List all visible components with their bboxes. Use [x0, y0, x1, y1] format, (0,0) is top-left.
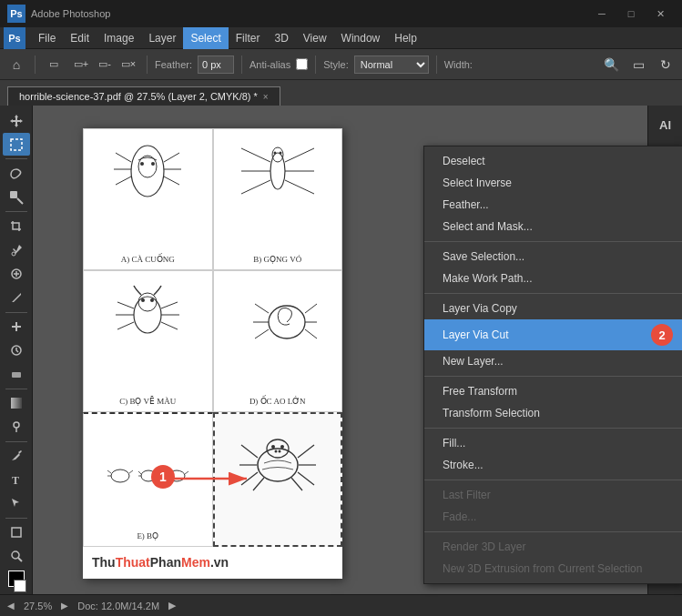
- insect-cell-c: C) BỌ VẼ MÀU: [83, 270, 213, 412]
- insect-cell-b: B) GỌNG VÓ: [213, 128, 343, 270]
- svg-point-76: [280, 445, 284, 449]
- menu-help[interactable]: Help: [387, 27, 424, 49]
- maximize-button[interactable]: □: [616, 0, 646, 27]
- ctx-save-selection[interactable]: Save Selection...: [424, 246, 682, 268]
- watermark-vn: .vn: [210, 555, 229, 570]
- ctx-fade: Fade...: [424, 506, 682, 528]
- shape-tool[interactable]: [3, 521, 30, 544]
- tool-sep-6: [5, 518, 27, 519]
- watermark-phan: Phan: [150, 555, 181, 570]
- ctx-sep-4: [424, 428, 682, 429]
- menu-view[interactable]: View: [296, 27, 334, 49]
- eraser-tool[interactable]: [3, 363, 30, 386]
- add-selection-icon[interactable]: ▭+: [70, 54, 92, 76]
- doc-info-arrow[interactable]: ▶: [168, 600, 176, 611]
- ctx-free-transform[interactable]: Free Transform: [424, 380, 682, 402]
- left-toolbar: T: [0, 106, 33, 594]
- minimize-button[interactable]: ─: [587, 0, 616, 27]
- style-label: Style:: [323, 59, 349, 70]
- document-canvas: A) CÀ CUỐNG: [83, 128, 342, 579]
- svg-point-44: [141, 298, 145, 302]
- svg-line-2: [17, 198, 23, 204]
- type-tool[interactable]: T: [3, 469, 30, 491]
- antialias-checkbox[interactable]: [296, 58, 308, 70]
- marquee-tool[interactable]: [3, 133, 30, 156]
- context-menu: Deselect Select Inverse Feather... Selec…: [423, 146, 682, 584]
- ctx-layer-via-cut[interactable]: Layer Via Cut 2: [424, 319, 682, 350]
- svg-rect-9: [11, 398, 22, 409]
- svg-line-29: [241, 180, 270, 194]
- ps-icon: Ps: [4, 27, 25, 49]
- background-color[interactable]: [14, 580, 26, 592]
- menu-filter[interactable]: Filter: [229, 27, 268, 49]
- tab-filename: horrible-science-37.pdf @ 27.5% (Layer 2…: [19, 91, 258, 102]
- svg-line-38: [117, 302, 134, 308]
- crop-tool[interactable]: [3, 215, 30, 237]
- insect-c-img: [107, 277, 188, 349]
- ctx-make-work-path[interactable]: Make Work Path...: [424, 268, 682, 289]
- svg-line-32: [285, 180, 314, 194]
- status-arrow-left[interactable]: ◀: [7, 601, 15, 611]
- menu-image[interactable]: Image: [97, 27, 141, 49]
- ctx-select-inverse[interactable]: Select Inverse: [424, 172, 682, 194]
- home-icon[interactable]: ⌂: [5, 54, 27, 76]
- magic-wand-tool[interactable]: [3, 186, 30, 208]
- ctx-transform-selection[interactable]: Transform Selection: [424, 402, 682, 424]
- menu-file[interactable]: File: [31, 27, 63, 49]
- ctx-sep-6: [424, 531, 682, 532]
- zoom-icon[interactable]: 🔍: [600, 54, 622, 76]
- ctx-layer-via-copy[interactable]: Layer Via Copy: [424, 298, 682, 319]
- intersect-selection-icon[interactable]: ▭×: [117, 54, 139, 76]
- title-bar: Ps Adobe Photoshop ─ □ ✕: [0, 0, 682, 27]
- gradient-tool[interactable]: [3, 392, 30, 415]
- width-label: Width:: [444, 59, 473, 70]
- svg-line-58: [138, 471, 141, 474]
- svg-point-10: [14, 422, 19, 428]
- view-icon[interactable]: ▭: [627, 54, 649, 76]
- tab-close-button[interactable]: ×: [263, 92, 269, 102]
- menu-window[interactable]: Window: [334, 27, 388, 49]
- menu-edit[interactable]: Edit: [63, 27, 97, 49]
- history-brush-tool[interactable]: [3, 339, 30, 362]
- lasso-tool[interactable]: [3, 162, 30, 185]
- separator: [35, 56, 36, 74]
- path-select-tool[interactable]: [3, 492, 30, 515]
- doc-info: Doc: 12.0M/14.2M: [77, 601, 159, 611]
- ai-panel-button[interactable]: AI: [652, 111, 679, 138]
- svg-point-24: [140, 162, 144, 166]
- ctx-select-mask[interactable]: Select and Mask...: [424, 216, 682, 237]
- ctx-deselect[interactable]: Deselect: [424, 150, 682, 172]
- feather-input[interactable]: [198, 56, 234, 74]
- zoom-tool[interactable]: [3, 545, 30, 568]
- move-tool[interactable]: [3, 109, 30, 132]
- svg-line-23: [164, 177, 179, 185]
- ctx-stroke[interactable]: Stroke...: [424, 454, 682, 476]
- pen-tool[interactable]: [3, 445, 30, 468]
- ctx-fill[interactable]: Fill...: [424, 432, 682, 454]
- ctx-feather[interactable]: Feather...: [424, 194, 682, 216]
- status-arrow-right[interactable]: ▶: [61, 601, 68, 611]
- watermark-thu: Thu: [92, 555, 116, 570]
- eyedropper-tool[interactable]: [3, 238, 30, 261]
- insect-cell-a: A) CÀ CUỐNG: [83, 128, 213, 270]
- window-controls: ─ □ ✕: [587, 0, 675, 27]
- style-select[interactable]: Normal Fixed Ratio Fixed Size: [354, 56, 429, 74]
- close-button[interactable]: ✕: [646, 0, 675, 27]
- brush-tool[interactable]: [3, 286, 30, 308]
- insect-d-img: [237, 277, 319, 349]
- zoom-level: 27.5%: [24, 601, 52, 611]
- clone-stamp-tool[interactable]: [3, 315, 30, 338]
- menu-3d[interactable]: 3D: [267, 27, 295, 49]
- ctx-new-layer[interactable]: New Layer...: [424, 350, 682, 372]
- label-d: D) ỐC AO LỚN: [249, 397, 306, 406]
- svg-point-34: [273, 152, 276, 155]
- rotate-icon[interactable]: ↻: [655, 54, 677, 76]
- marquee-rect-icon[interactable]: ▭: [43, 54, 65, 76]
- active-tab[interactable]: horrible-science-37.pdf @ 27.5% (Layer 2…: [7, 86, 280, 106]
- subtract-selection-icon[interactable]: ▭-: [94, 54, 116, 76]
- menu-select[interactable]: Select: [183, 27, 228, 49]
- svg-rect-1: [10, 191, 17, 198]
- dodge-burn-tool[interactable]: [3, 416, 30, 439]
- spot-heal-tool[interactable]: [3, 262, 30, 285]
- menu-layer[interactable]: Layer: [141, 27, 183, 49]
